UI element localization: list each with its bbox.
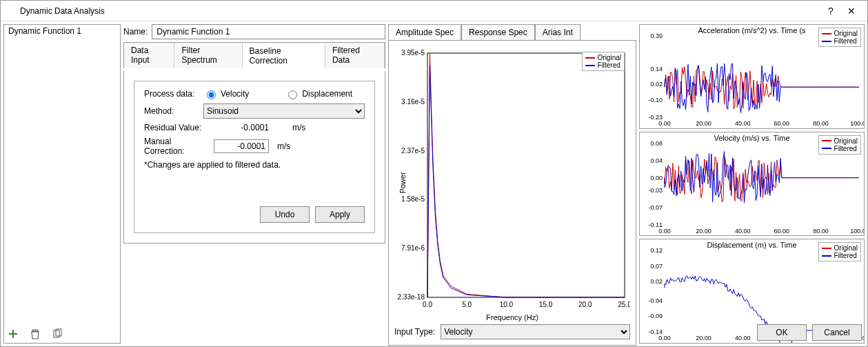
svg-text:0.0: 0.0 — [423, 301, 432, 308]
svg-text:0.00: 0.00 — [658, 228, 671, 235]
residual-value: -0.0001 — [214, 123, 269, 132]
svg-text:-0.07: -0.07 — [648, 204, 663, 211]
svg-text:20.00: 20.00 — [696, 228, 711, 235]
tab-data-input[interactable]: Data Input — [124, 43, 174, 68]
svg-text:-0.09: -0.09 — [648, 313, 663, 320]
svg-text:-0.23: -0.23 — [648, 114, 663, 121]
list-item[interactable]: Dynamic Function 1 — [4, 25, 120, 37]
svg-text:0.00: 0.00 — [658, 120, 671, 127]
config-tabs: Data Input Filter Spectrum Baseline Corr… — [123, 42, 385, 68]
svg-text:40.00: 40.00 — [735, 228, 751, 235]
baseline-panel: Process data: Velocity Displacement Meth… — [123, 71, 385, 244]
svg-text:20.00: 20.00 — [696, 335, 711, 341]
velocity-radio[interactable] — [207, 90, 216, 99]
accel-legend: Original Filtered — [818, 28, 861, 47]
titlebar: Dynamic Data Analysis ? ✕ — [1, 1, 867, 21]
tab-filter-spectrum[interactable]: Filter Spectrum — [174, 43, 242, 68]
cancel-button[interactable]: Cancel — [812, 324, 862, 341]
apply-button[interactable]: Apply — [315, 206, 365, 223]
svg-text:100.00: 100.00 — [850, 228, 864, 235]
input-type-label: Input Type: — [394, 327, 435, 337]
undo-button[interactable]: Undo — [260, 206, 310, 223]
residual-unit: m/s — [292, 123, 305, 132]
tab-arias-int[interactable]: Arias Int — [535, 24, 581, 40]
amplitude-chart: Original Filtered Power Frequency (Hz) 0… — [394, 46, 630, 319]
svg-text:20.0: 20.0 — [578, 301, 592, 308]
svg-text:1.58e-5: 1.58e-5 — [401, 195, 425, 203]
add-icon[interactable] — [6, 327, 20, 341]
legend-original: Original — [598, 54, 621, 61]
svg-text:3.16e-5: 3.16e-5 — [401, 98, 425, 106]
svg-text:40.00: 40.00 — [735, 120, 751, 127]
svg-text:25.0: 25.0 — [618, 301, 630, 308]
vel-chart: Velocity (m/s) vs. Time Original Filtere… — [639, 132, 865, 237]
svg-text:80.00: 80.00 — [813, 228, 829, 235]
amplitude-legend: Original Filtered — [582, 52, 625, 71]
dialog-body: Dynamic Function 1 Name: Data Input Filt… — [1, 21, 867, 346]
list-toolbar — [6, 327, 64, 341]
center-column: Name: Data Input Filter Spectrum Baselin… — [123, 24, 385, 344]
function-list[interactable]: Dynamic Function 1 — [3, 24, 121, 344]
input-type-select[interactable]: Velocity — [441, 324, 630, 339]
copy-icon[interactable] — [50, 327, 64, 341]
svg-text:15.0: 15.0 — [539, 301, 553, 308]
manual-correction-label: Manual Correction: — [144, 137, 210, 156]
svg-text:0.00: 0.00 — [650, 174, 663, 181]
svg-text:2.37e-5: 2.37e-5 — [401, 147, 425, 155]
svg-text:-0.04: -0.04 — [648, 297, 663, 304]
process-data-label: Process data: — [144, 89, 199, 99]
displacement-radio-label: Displacement — [302, 89, 352, 99]
changes-note: *Changes are applied to filtered data. — [144, 160, 365, 170]
svg-text:5.0: 5.0 — [462, 301, 472, 308]
legend-filtered: Filtered — [598, 61, 620, 69]
tab-response-spec[interactable]: Response Spec — [461, 24, 535, 40]
velocity-radio-label: Velocity — [221, 89, 249, 99]
help-button[interactable]: ? — [820, 6, 841, 17]
tab-amplitude-spec[interactable]: Amplitude Spec — [388, 24, 461, 40]
manual-correction-input[interactable] — [214, 139, 269, 153]
svg-text:-0.03: -0.03 — [648, 187, 663, 194]
disp-legend: Original Filtered — [818, 242, 861, 261]
amplitude-ylabel: Power — [398, 172, 407, 193]
svg-text:20.00: 20.00 — [696, 120, 711, 127]
svg-text:2.33e-18: 2.33e-18 — [398, 293, 425, 301]
vel-legend: Original Filtered — [818, 135, 861, 155]
svg-text:10.0: 10.0 — [500, 301, 514, 308]
svg-text:3.95e-5: 3.95e-5 — [401, 49, 425, 57]
displacement-radio[interactable] — [288, 90, 297, 99]
svg-text:0.02: 0.02 — [650, 81, 663, 88]
svg-text:-0.11: -0.11 — [648, 221, 663, 228]
svg-text:100.00: 100.00 — [850, 120, 864, 127]
delete-icon[interactable] — [28, 327, 42, 341]
amplitude-xlabel: Frequency (Hz) — [394, 313, 630, 321]
spectrum-column: Amplitude Spec Response Spec Arias Int O… — [388, 24, 636, 344]
svg-text:0.04: 0.04 — [650, 157, 663, 164]
window-title: Dynamic Data Analysis — [6, 6, 820, 16]
method-select[interactable]: Sinusoid — [203, 103, 365, 119]
svg-text:80.00: 80.00 — [813, 120, 829, 127]
name-input[interactable] — [152, 24, 385, 39]
svg-text:0.14: 0.14 — [650, 66, 663, 72]
svg-text:0.02: 0.02 — [650, 279, 663, 286]
svg-text:0.07: 0.07 — [650, 263, 663, 270]
method-label: Method: — [144, 106, 199, 116]
svg-text:60.00: 60.00 — [774, 120, 790, 127]
svg-rect-0 — [427, 53, 625, 297]
manual-correction-unit: m/s — [277, 141, 290, 151]
close-button[interactable]: ✕ — [841, 6, 862, 17]
right-charts: Acceleration (m/s^2) vs. Time (s Origina… — [639, 24, 865, 344]
svg-text:40.00: 40.00 — [735, 335, 751, 341]
tab-filtered-data[interactable]: Filtered Data — [325, 43, 385, 68]
svg-text:7.91e-6: 7.91e-6 — [401, 244, 425, 252]
svg-text:-0.10: -0.10 — [648, 97, 663, 103]
svg-text:-0.14: -0.14 — [648, 328, 663, 335]
svg-text:60.00: 60.00 — [774, 228, 790, 235]
dialog-window: Dynamic Data Analysis ? ✕ Dynamic Functi… — [0, 0, 868, 347]
svg-text:0.00: 0.00 — [658, 335, 671, 341]
name-label: Name: — [123, 27, 148, 37]
ok-button[interactable]: OK — [757, 324, 807, 341]
residual-label: Residual Value: — [144, 123, 210, 132]
spectrum-box: Original Filtered Power Frequency (Hz) 0… — [388, 40, 636, 346]
tab-baseline-correction[interactable]: Baseline Correction — [243, 43, 325, 69]
accel-chart: Acceleration (m/s^2) vs. Time (s Origina… — [639, 24, 865, 129]
